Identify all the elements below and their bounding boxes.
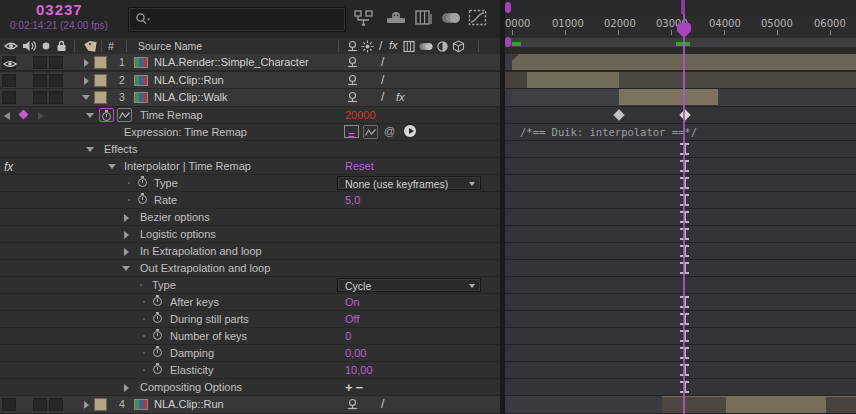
layer-label-color[interactable] <box>94 74 107 87</box>
property-track-time-remap[interactable] <box>505 107 856 124</box>
remove-button[interactable]: − <box>356 380 367 395</box>
video-column-eye-icon[interactable] <box>4 40 18 52</box>
fx-column-icon[interactable]: fx <box>389 39 398 51</box>
shy-switch-icon[interactable] <box>346 56 359 69</box>
layer-row[interactable]: 4 NLA.Clip::Run / <box>0 396 500 414</box>
frame-blending-icon[interactable] <box>414 9 434 29</box>
motion-blur-column-icon[interactable] <box>418 40 433 53</box>
shy-column-icon[interactable] <box>346 40 359 53</box>
property-track[interactable] <box>505 311 856 328</box>
video-toggle[interactable] <box>2 91 16 104</box>
keyframe-diamond[interactable] <box>613 109 624 120</box>
property-row-interpolator[interactable]: fx Interpolator | Time Remap Reset <box>0 158 500 175</box>
stopwatch-icon[interactable] <box>153 365 162 374</box>
group-label[interactable]: Logistic options <box>140 228 216 240</box>
video-toggle[interactable] <box>2 74 16 87</box>
property-label[interactable]: During still parts <box>170 313 249 325</box>
property-label[interactable]: Damping <box>170 347 214 359</box>
group-label[interactable]: Out Extrapolation and loop <box>140 262 270 274</box>
motion-blur-icon[interactable] <box>440 9 460 29</box>
shy-switch-icon[interactable] <box>346 74 359 87</box>
solo-toggle[interactable] <box>33 91 47 104</box>
layer-name[interactable]: NLA.Render::Simple_Character <box>154 56 309 68</box>
layer-row[interactable]: 3 NLA.Clip::Walk / fx <box>0 89 500 107</box>
property-row-type[interactable]: Type None (use keyframes) <box>0 175 500 192</box>
compositing-add-remove-buttons[interactable]: +− <box>345 380 366 395</box>
layer-label-color[interactable] <box>94 56 107 69</box>
effect-name[interactable]: Interpolator | Time Remap <box>124 160 251 172</box>
property-label[interactable]: Rate <box>154 194 177 206</box>
property-label[interactable]: After keys <box>170 296 219 308</box>
group-twirl-collapsed[interactable] <box>124 231 129 239</box>
add-button[interactable]: + <box>345 380 356 395</box>
panel-divider[interactable] <box>500 0 505 414</box>
clip-bar[interactable] <box>726 397 826 413</box>
graph-toggle-icon[interactable] <box>117 108 132 122</box>
stopwatch-icon[interactable] <box>153 314 162 323</box>
layer-track[interactable] <box>505 396 856 414</box>
layer-row[interactable]: 1 NLA.Render::Simple_Character / <box>0 54 500 71</box>
fx-switch[interactable]: fx <box>396 91 405 103</box>
video-toggle[interactable] <box>2 398 16 411</box>
audio-column-speaker-icon[interactable] <box>22 40 36 52</box>
solo-column-icon[interactable] <box>41 40 51 52</box>
label-column-tag-icon[interactable] <box>83 40 98 53</box>
property-track[interactable] <box>505 260 856 277</box>
stopwatch-icon[interactable] <box>153 297 162 306</box>
layer-number-column-header[interactable]: # <box>108 40 114 52</box>
property-label[interactable]: Effects <box>104 143 137 155</box>
quality-switch[interactable]: / <box>381 73 384 87</box>
work-area-left-handle[interactable] <box>505 37 511 47</box>
layer-twirl-collapsed[interactable] <box>84 77 89 85</box>
layer-twirl-collapsed[interactable] <box>84 401 89 409</box>
quality-switch[interactable]: / <box>381 55 384 69</box>
property-row-time-remap[interactable]: Time Remap 20000 <box>0 107 500 124</box>
group-twirl-collapsed[interactable] <box>124 248 129 256</box>
search-box[interactable] <box>128 7 346 32</box>
source-name-column-header[interactable]: Source Name <box>138 40 202 52</box>
property-row-out-type[interactable]: Type Cycle <box>0 277 500 294</box>
layer-label-color[interactable] <box>94 398 107 411</box>
property-track[interactable] <box>505 345 856 362</box>
property-twirl-expanded[interactable] <box>108 164 116 169</box>
frame-blend-column-icon[interactable] <box>403 40 416 53</box>
shy-switch-icon[interactable] <box>346 91 359 104</box>
property-label[interactable]: Number of keys <box>170 330 247 342</box>
expression-pick-whip-icon[interactable]: @ <box>384 125 395 137</box>
stopwatch-icon[interactable] <box>138 195 147 204</box>
group-twirl-collapsed[interactable] <box>124 214 129 222</box>
layer-twirl-expanded[interactable] <box>82 95 90 100</box>
property-track[interactable] <box>505 294 856 311</box>
video-toggle[interactable] <box>2 56 16 69</box>
quality-column-icon[interactable]: / <box>379 39 382 53</box>
property-value[interactable]: 10,00 <box>345 364 373 376</box>
property-track[interactable] <box>505 141 856 158</box>
out-type-dropdown[interactable]: Cycle <box>337 278 481 292</box>
solo-toggle[interactable] <box>33 56 47 69</box>
expression-language-menu-icon[interactable] <box>404 125 416 137</box>
layer-name[interactable]: NLA.Clip::Run <box>154 74 224 86</box>
work-area-start-marker[interactable] <box>512 42 521 46</box>
search-input[interactable] <box>155 10 339 29</box>
property-row-after-keys[interactable]: After keys On <box>0 294 500 311</box>
property-value[interactable]: 5,0 <box>345 194 360 206</box>
clip-bar-tail[interactable] <box>619 72 856 88</box>
property-value[interactable]: On <box>345 296 360 308</box>
property-value[interactable]: 0,00 <box>345 347 366 359</box>
stopwatch-icon[interactable] <box>138 178 147 187</box>
clip-bar-tail[interactable] <box>826 397 856 413</box>
solo-toggle[interactable] <box>33 74 47 87</box>
property-track-expression[interactable]: /*== Duik: interpolator ==*/ <box>505 124 856 141</box>
property-group-compositing-options[interactable]: Compositing Options +− <box>0 379 500 396</box>
property-value[interactable]: 20000 <box>345 109 376 121</box>
quality-switch[interactable]: / <box>381 90 384 104</box>
property-twirl-expanded[interactable] <box>86 147 94 152</box>
property-row-expression[interactable]: Expression: Time Remap = @ <box>0 124 500 141</box>
lock-toggle[interactable] <box>49 56 63 69</box>
property-track[interactable] <box>505 328 856 345</box>
collapse-transformations-column-icon[interactable] <box>361 40 374 53</box>
navigator-start-handle[interactable] <box>505 2 511 13</box>
property-group-logistic[interactable]: Logistic options <box>0 226 500 243</box>
layer-name[interactable]: NLA.Clip::Walk <box>154 91 228 103</box>
property-track[interactable] <box>505 209 856 226</box>
